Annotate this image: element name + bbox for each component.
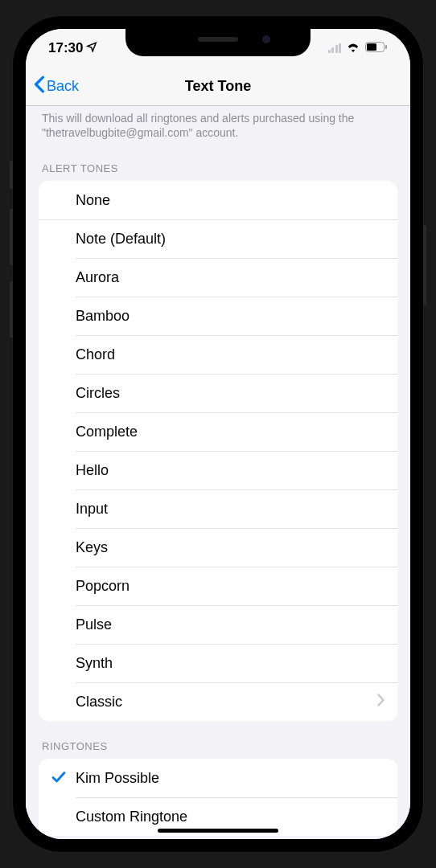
- list-item-label: Pulse: [76, 616, 112, 633]
- ringtones-list: Kim Possible Custom Ringtone: [39, 759, 397, 836]
- home-indicator[interactable]: [158, 829, 278, 833]
- list-item-label: Chord: [76, 346, 115, 363]
- checkmark-icon: [51, 769, 66, 788]
- description-text: This will download all ringtones and ale…: [26, 106, 410, 143]
- page-title: Text Tone: [185, 78, 251, 95]
- list-item[interactable]: Circles: [39, 374, 397, 412]
- location-icon: [86, 40, 97, 56]
- list-item[interactable]: Complete: [39, 412, 397, 451]
- svg-rect-2: [385, 45, 387, 49]
- list-item[interactable]: Synth: [39, 644, 397, 682]
- list-item-label: Custom Ringtone: [76, 809, 187, 825]
- list-item-label: Classic: [76, 694, 122, 710]
- screen: 17:30: [26, 29, 410, 839]
- list-item-label: Keys: [76, 539, 108, 556]
- chevron-right-icon: [377, 694, 385, 710]
- list-item-label: Popcorn: [76, 578, 130, 595]
- notch: [125, 29, 311, 56]
- list-item-kim-possible[interactable]: Kim Possible: [39, 759, 397, 797]
- back-label: Back: [47, 78, 79, 95]
- chevron-left-icon: [34, 76, 45, 97]
- list-item[interactable]: Pulse: [39, 605, 397, 644]
- list-item[interactable]: Popcorn: [39, 567, 397, 605]
- list-item-label: Circles: [76, 385, 120, 402]
- list-item-label: Synth: [76, 655, 113, 672]
- list-item[interactable]: Input: [39, 489, 397, 528]
- list-item[interactable]: Keys: [39, 528, 397, 567]
- list-item-label: Aurora: [76, 269, 119, 286]
- list-item-label: Kim Possible: [76, 770, 159, 787]
- phone-frame: 17:30: [13, 16, 423, 852]
- list-item-label: None: [76, 192, 110, 209]
- alert-tones-list: None Note (Default) Aurora Bamboo Chord …: [39, 181, 397, 721]
- back-button[interactable]: Back: [34, 76, 79, 97]
- list-item[interactable]: Hello: [39, 451, 397, 489]
- list-item[interactable]: Chord: [39, 335, 397, 374]
- navigation-bar: Back Text Tone: [26, 68, 410, 106]
- list-item-label: Hello: [76, 462, 109, 479]
- battery-icon: [365, 41, 388, 55]
- wifi-icon: [346, 41, 360, 55]
- list-item-label: Complete: [76, 424, 138, 440]
- content-area[interactable]: This will download all ringtones and ale…: [26, 106, 410, 839]
- list-item-classic[interactable]: Classic: [39, 682, 397, 721]
- section-header-alert-tones: Alert Tones: [26, 143, 410, 181]
- list-item[interactable]: Bamboo: [39, 297, 397, 335]
- time-label: 17:30: [48, 40, 83, 56]
- list-item[interactable]: Aurora: [39, 258, 397, 297]
- list-item-label: Input: [76, 501, 108, 518]
- cellular-signal-icon: [328, 43, 342, 53]
- list-item-label: Note (Default): [76, 231, 166, 248]
- list-item-label: Bamboo: [76, 308, 130, 325]
- section-header-ringtones: Ringtones: [26, 721, 410, 759]
- list-item[interactable]: Note (Default): [39, 219, 397, 258]
- list-item-none[interactable]: None: [39, 181, 397, 219]
- svg-rect-1: [367, 43, 376, 51]
- status-time: 17:30: [48, 40, 97, 56]
